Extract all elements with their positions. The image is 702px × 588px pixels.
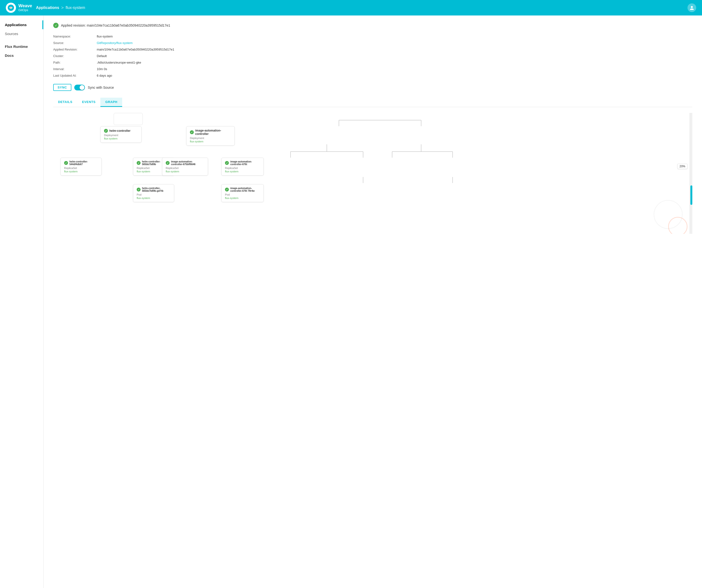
iac-pod-title: image-automation-controller-676t 79r4w: [230, 187, 260, 192]
namespace-label: Namespace:: [53, 34, 97, 39]
status-bar: ✓ Applied revision: main/104e7ca11b0a67e…: [53, 23, 692, 28]
tab-events[interactable]: EVENTS: [77, 98, 100, 107]
sidebar-item-flux-runtime[interactable]: Flux Runtime: [0, 42, 43, 51]
path-value: ./k8s/clusters/europe-west1-gke: [97, 60, 692, 65]
logo-sub: GitOps: [18, 8, 32, 12]
scrollbar-thumb[interactable]: [690, 185, 692, 205]
namespace-value: flux-system: [97, 34, 692, 39]
status-icon: ✓: [53, 23, 58, 28]
iac675-ns: flux-system: [166, 170, 204, 173]
helm-controller-type: Deployment: [104, 134, 138, 137]
node-iac-676t[interactable]: ✓ image-automation-controller-676t Repli…: [221, 158, 264, 175]
sync-bar: SYNC Sync with Source: [53, 84, 692, 91]
iac676t-title: image-automation-controller-676t: [230, 160, 260, 166]
info-grid: Namespace: flux-system Source: GitReposi…: [53, 34, 692, 78]
graph-area: ✓ helm-controller Deployment flux-system…: [53, 113, 692, 234]
scrollbar-track[interactable]: [689, 113, 692, 234]
check-icon-iac-pod: ✓: [225, 188, 229, 191]
last-updated-label: Last Updated At:: [53, 73, 97, 78]
main-content: ✓ Applied revision: main/104e7ca11b0a67e…: [43, 15, 702, 588]
tab-details[interactable]: DETAILS: [53, 98, 77, 107]
hc-pod-ns: flux-system: [137, 196, 170, 199]
iac675-title: image-automation-controller-675bff6646: [171, 160, 204, 166]
cluster-label: Cluster:: [53, 53, 97, 58]
svg-point-3: [691, 6, 693, 8]
source-label: Source:: [53, 40, 97, 45]
check-icon-iac: ✓: [190, 130, 194, 134]
check-icon-hc565: ✓: [137, 161, 140, 165]
iac676t-ns: flux-system: [225, 170, 260, 173]
applied-revision-label: Applied Revision:: [53, 47, 97, 52]
sidebar-item-applications[interactable]: Applications: [0, 20, 43, 29]
breadcrumb-applications[interactable]: Applications: [36, 6, 59, 10]
sidebar-divider: [0, 38, 43, 42]
check-icon-iac676t: ✓: [225, 161, 229, 165]
svg-point-2: [10, 7, 11, 8]
iac-type: Deployment: [190, 137, 231, 140]
sidebar: Applications Sources Flux Runtime Docs: [0, 15, 43, 588]
interval-label: Interval:: [53, 66, 97, 71]
user-menu[interactable]: [688, 3, 696, 12]
iac-pod-ns: flux-system: [225, 196, 260, 199]
user-avatar[interactable]: [688, 3, 696, 12]
sync-toggle[interactable]: [74, 85, 85, 91]
toggle-knob: [80, 85, 85, 90]
logo: Weave GitOps: [6, 3, 32, 13]
applied-revision-value: main/104e7ca11b0a67e0ab350940220a3959515…: [97, 47, 692, 52]
check-icon-iac675: ✓: [166, 161, 169, 165]
sidebar-item-docs[interactable]: Docs: [0, 51, 43, 60]
watermark-circle-2: [668, 217, 688, 234]
node-iac-675[interactable]: ✓ image-automation-controller-675bff6646…: [162, 158, 208, 175]
node-hc-pod[interactable]: ✓ helm-controller-565bb7b89b-gd7tb Pod f…: [133, 184, 174, 202]
tab-bar: DETAILS EVENTS GRAPH: [53, 98, 692, 107]
interval-value: 10m 0s: [97, 66, 692, 71]
sync-with-source-label: Sync with Source: [88, 86, 114, 90]
status-text: Applied revision: main/104e7ca11b0a67e0a…: [61, 23, 170, 27]
root-node: [114, 113, 143, 125]
hc544-title: helm-controller-544df4db67: [70, 160, 98, 166]
check-icon-helm-controller: ✓: [104, 129, 108, 133]
hc-pod-title: helm-controller-565bb7b89b-gd7tb: [142, 187, 170, 192]
zoom-badge: 20%: [677, 164, 688, 169]
node-helm-controller[interactable]: ✓ helm-controller Deployment flux-system: [100, 126, 141, 143]
logo-text: Weave GitOps: [18, 4, 32, 12]
hc-pod-type: Pod: [137, 193, 170, 196]
logo-icon: [6, 3, 16, 13]
check-icon-hc-pod: ✓: [137, 188, 140, 191]
breadcrumb: Applications > flux-system: [36, 5, 85, 10]
iac676t-type: ReplicaSet: [225, 167, 260, 169]
iac-title: image-automation-controller: [195, 129, 231, 136]
last-updated-value: 6 days ago: [97, 73, 692, 78]
main-layout: Applications Sources Flux Runtime Docs ✓…: [0, 15, 702, 588]
cluster-value: Default: [97, 53, 692, 58]
path-label: Path:: [53, 60, 97, 65]
node-hc-544[interactable]: ✓ helm-controller-544df4db67 ReplicaSet …: [61, 158, 102, 175]
logo-title: Weave: [18, 4, 32, 8]
sidebar-item-sources[interactable]: Sources: [0, 29, 43, 38]
hc544-ns: flux-system: [64, 170, 98, 173]
hc544-type: ReplicaSet: [64, 167, 98, 169]
iac-pod-type: Pod: [225, 193, 260, 196]
breadcrumb-current: flux-system: [66, 6, 85, 10]
tab-graph[interactable]: GRAPH: [100, 98, 122, 107]
app-header: Weave GitOps Applications > flux-system: [0, 0, 702, 15]
source-value[interactable]: GitRepository/flux-system: [97, 40, 692, 45]
node-image-automation-controller[interactable]: ✓ image-automation-controller Deployment…: [186, 126, 235, 146]
check-icon-hc544: ✓: [64, 161, 68, 165]
iac675-type: ReplicaSet: [166, 167, 204, 169]
node-iac-pod[interactable]: ✓ image-automation-controller-676t 79r4w…: [221, 184, 264, 202]
iac-ns: flux-system: [190, 140, 231, 143]
breadcrumb-separator: >: [61, 5, 64, 10]
helm-controller-title: helm-controller: [109, 129, 130, 133]
sync-button[interactable]: SYNC: [53, 84, 71, 91]
helm-controller-ns: flux-system: [104, 137, 138, 140]
